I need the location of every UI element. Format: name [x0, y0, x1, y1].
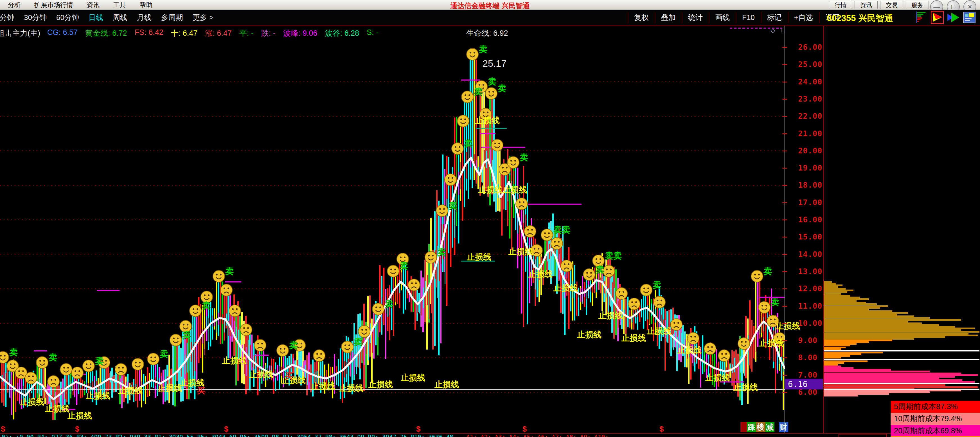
axis-tick-label: 26.00 — [798, 43, 822, 51]
axis-tick-label: 24.00 — [798, 77, 822, 86]
period-tab-6[interactable]: 多周期 — [156, 13, 188, 22]
sell-smiley-marker — [751, 270, 763, 282]
period-tab-7[interactable]: 更多 > — [188, 13, 218, 22]
sell-smiley-marker — [425, 251, 437, 263]
tool-button-3[interactable]: 画线 — [709, 12, 736, 23]
axis-tick-mark — [782, 271, 787, 272]
chart-tool-buttons: 复权叠加统计画线F10标记+自选返回 — [628, 12, 846, 23]
axis-tick-mark — [782, 237, 787, 238]
axis-tick-label: 12.00 — [798, 284, 822, 293]
main-chart-canvas[interactable] — [0, 26, 784, 434]
sell-smiley-marker — [592, 255, 604, 267]
tool-button-0[interactable]: 复权 — [628, 12, 655, 23]
volume-profile-bar — [824, 384, 945, 386]
nav-button-0[interactable]: 行情 — [829, 1, 852, 9]
frown-marker — [72, 367, 83, 379]
volume-profile-bar — [824, 291, 847, 293]
nav-button-2[interactable]: 交易 — [880, 1, 903, 9]
sell-smiley-marker — [213, 270, 225, 282]
sell-smiley-marker — [738, 338, 750, 349]
frown-marker — [221, 284, 232, 296]
volume-profile-bar — [824, 360, 867, 362]
volume-profile-bar — [824, 352, 883, 353]
tool-button-5[interactable]: 标记 — [760, 12, 788, 23]
sell-smiley-marker — [277, 344, 288, 356]
axis-tick-label: 8.00 — [798, 353, 818, 362]
frown-marker — [48, 376, 59, 388]
sell-smiley-marker — [170, 334, 182, 346]
frown-marker — [229, 305, 241, 317]
menu-item-1[interactable]: 扩展市场行情 — [34, 0, 73, 9]
axis-tick-mark — [782, 357, 787, 358]
period-tab-3[interactable]: 日线 — [84, 13, 108, 22]
frown-marker — [687, 332, 699, 344]
mini-volume-icon[interactable] — [915, 11, 928, 24]
period-toolbar: 分钟30分钟60分钟日线周线月线多周期更多 > 复权叠加统计画线F10标记+自选… — [0, 10, 980, 26]
volume-profile-bar — [824, 378, 939, 379]
sell-smiley-marker — [372, 303, 384, 315]
menu-item-0[interactable]: 分析 — [8, 0, 21, 9]
volume-profile-bar — [824, 322, 922, 324]
tool-button-2[interactable]: 统计 — [682, 12, 709, 23]
volume-profile-bar — [824, 283, 836, 284]
sell-smiley-marker — [436, 205, 448, 217]
tool-button-1[interactable]: 叠加 — [655, 12, 682, 23]
axis-border-line — [784, 26, 785, 434]
sell-smiley-marker — [507, 156, 519, 168]
bottom-cell-box — [838, 434, 887, 437]
volume-profile-bar — [824, 298, 869, 300]
axis-tick-mark — [782, 289, 787, 289]
volume-profile-bar — [824, 284, 843, 286]
frown-marker — [531, 244, 542, 256]
period-tab-5[interactable]: 月线 — [132, 13, 156, 22]
sell-smiley-marker — [541, 229, 553, 241]
window-icon[interactable] — [963, 11, 976, 24]
sell-smiley-marker — [476, 81, 487, 93]
frown-marker — [670, 319, 682, 330]
axis-tick-mark — [782, 185, 787, 186]
volume-profile-bar — [824, 348, 841, 350]
frown-marker — [654, 296, 665, 308]
period-tab-2[interactable]: 60分钟 — [51, 13, 84, 22]
volume-profile-bar — [824, 326, 955, 327]
sell-smiley-marker — [480, 108, 492, 120]
nav-button-1[interactable]: 资讯 — [854, 1, 878, 9]
flag-icon[interactable] — [931, 11, 944, 24]
volume-profile-bar — [824, 381, 975, 383]
period-tab-1[interactable]: 30分钟 — [19, 13, 51, 22]
sell-smiley-marker — [132, 358, 144, 370]
sell-smiley-marker — [341, 341, 353, 353]
volume-profile-bar — [824, 371, 930, 372]
frown-marker — [773, 332, 784, 344]
period-tab-0[interactable]: 分钟 — [0, 13, 19, 22]
sell-smiley-marker — [485, 88, 497, 99]
volume-profile-bar — [824, 301, 866, 303]
volume-profile-bar — [824, 376, 955, 378]
frown-marker — [25, 372, 37, 384]
volume-profile-bar — [824, 281, 832, 283]
nav-buttons: 行情资讯交易服务 — [829, 1, 929, 9]
arrow-icon[interactable] — [947, 11, 960, 24]
sell-smiley-marker — [201, 291, 213, 303]
volume-profile-bar — [824, 362, 844, 364]
sell-smiley-marker — [461, 91, 473, 103]
pane-corner-icons[interactable]: ◇ □ — [770, 27, 787, 34]
volume-profile-bar — [824, 327, 975, 329]
volume-profile-bar — [824, 374, 978, 376]
status-ask-values: A1: A2: A3: A4: A5: A6: A7: A8: A9: A10: — [466, 434, 609, 437]
menu-bar: 分析扩展市场行情资讯工具帮助 — [8, 0, 153, 10]
axis-tick-mark — [782, 202, 787, 203]
menu-item-3[interactable]: 工具 — [113, 0, 126, 9]
menu-item-4[interactable]: 帮助 — [140, 0, 153, 9]
menu-item-2[interactable]: 资讯 — [87, 0, 100, 9]
volume-profile-bar — [824, 336, 945, 338]
volume-profile-bar — [824, 286, 838, 288]
period-tab-4[interactable]: 周线 — [108, 13, 132, 22]
nav-button-3[interactable]: 服务 — [906, 1, 929, 9]
tool-button-4[interactable]: F10 — [736, 12, 760, 23]
current-price-badge: 6.16 — [785, 379, 823, 389]
sell-smiley-marker — [387, 265, 399, 277]
tool-button-6[interactable]: +自选 — [788, 12, 819, 23]
volume-profile-bar — [824, 317, 930, 319]
volume-profile-bar — [824, 293, 841, 295]
